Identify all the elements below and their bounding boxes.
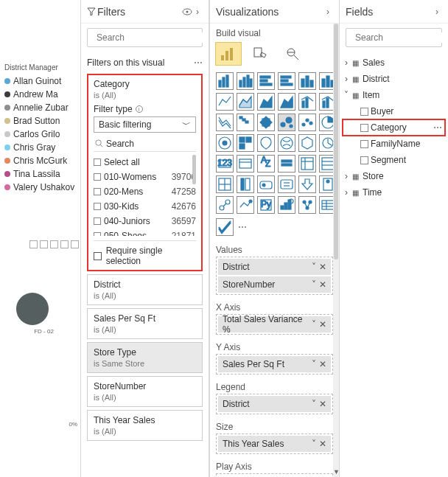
chevron-down-icon[interactable]: ˅ — [312, 359, 316, 369]
checkbox[interactable] — [94, 173, 101, 181]
legend-item[interactable]: Annelie Zubar — [4, 102, 79, 113]
visual-type-icon[interactable] — [298, 93, 316, 111]
filter-option[interactable]: 030-Kids42676 — [94, 199, 196, 214]
viz-scrollbar[interactable]: ▲ ▼ — [333, 24, 339, 477]
visual-type-icon[interactable] — [298, 196, 316, 214]
filter-card[interactable]: StoreNumberis (All) — [87, 376, 203, 407]
remove-icon[interactable]: ✕ — [319, 439, 326, 449]
field-chip[interactable]: District˅✕ — [218, 396, 331, 412]
visual-type-icon[interactable] — [278, 93, 295, 111]
filter-card[interactable]: Store Typeis Same Store — [87, 342, 203, 373]
remove-icon[interactable]: ✕ — [319, 359, 326, 369]
filter-card-category[interactable]: Category is (All) Filter type i Basic fi… — [87, 74, 203, 271]
visual-type-icon[interactable] — [298, 175, 316, 193]
table-node[interactable]: ˅▦Item — [343, 87, 445, 103]
legend-item[interactable]: Tina Lassila — [4, 169, 79, 179]
checkbox[interactable] — [94, 188, 101, 195]
visual-type-icon[interactable] — [298, 72, 316, 90]
visual-type-icon[interactable] — [216, 72, 234, 90]
field-chip[interactable]: Sales Per Sq Ft˅✕ — [218, 356, 331, 372]
visual-type-icon[interactable]: Py — [257, 196, 275, 214]
filter-option[interactable]: Select all — [94, 155, 196, 170]
analytics-tab[interactable] — [281, 43, 306, 65]
visual-type-icon[interactable] — [298, 134, 316, 152]
filter-values-search[interactable]: Search — [94, 136, 196, 152]
filters-search[interactable] — [87, 28, 203, 47]
more-icon[interactable]: ⋯ — [433, 122, 442, 133]
visual-type-icon[interactable] — [278, 175, 295, 193]
visual-type-icon[interactable] — [257, 114, 275, 131]
field-chip[interactable]: StoreNumber˅✕ — [218, 276, 331, 293]
field-chip[interactable]: District˅✕ — [218, 259, 331, 275]
scatter-bubble[interactable] — [16, 293, 49, 325]
visual-type-icon[interactable] — [298, 114, 316, 131]
chevron-right-icon[interactable]: › — [343, 171, 350, 181]
visual-type-icon[interactable] — [257, 93, 275, 111]
filter-type-select[interactable]: Basic filtering ﹀ — [94, 116, 196, 133]
visual-type-icon[interactable] — [216, 175, 234, 193]
filter-option[interactable]: 040-Juniors36597 — [94, 214, 196, 229]
scroll-down-icon[interactable]: ▼ — [333, 468, 339, 476]
field-node[interactable]: FamilyName — [343, 136, 445, 152]
visual-type-icon[interactable]: 123 — [216, 155, 234, 173]
field-node[interactable]: Buyer — [343, 103, 445, 119]
field-node[interactable]: Segment — [343, 152, 445, 168]
visual-type-icon[interactable] — [216, 218, 234, 236]
chevron-down-icon[interactable]: ˅ — [312, 439, 316, 449]
table-node[interactable]: ›▦Time — [343, 184, 445, 201]
visual-type-icon[interactable] — [237, 196, 254, 214]
format-visual-tab[interactable] — [248, 43, 273, 65]
collapse-icon[interactable]: › — [192, 7, 203, 17]
visual-type-icon[interactable] — [216, 93, 234, 111]
checkbox[interactable] — [360, 108, 368, 116]
view-icon[interactable] — [182, 8, 192, 15]
field-well[interactable]: This Year Sales˅✕ — [216, 434, 333, 454]
visual-type-icon[interactable] — [237, 72, 254, 90]
visual-type-icon[interactable] — [278, 134, 295, 152]
fields-search-input[interactable] — [355, 32, 448, 43]
visual-type-icon[interactable] — [257, 72, 275, 90]
field-well[interactable]: District˅✕ — [216, 394, 333, 414]
filter-option[interactable]: 050-Shoes21871 — [94, 229, 196, 236]
remove-icon[interactable]: ✕ — [319, 279, 326, 290]
chevron-down-icon[interactable]: ˅ — [312, 262, 316, 272]
table-node[interactable]: ›▦Store — [343, 168, 445, 184]
checkbox[interactable] — [94, 159, 101, 166]
visual-type-icon[interactable]: AZ — [257, 155, 275, 173]
require-single-row[interactable]: Require single selection — [94, 240, 196, 266]
checkbox[interactable] — [94, 203, 101, 210]
chevron-right-icon[interactable]: › — [343, 58, 350, 68]
visual-type-icon[interactable] — [237, 114, 254, 131]
visual-type-icon[interactable] — [216, 196, 234, 214]
filter-option[interactable]: 020-Mens47258 — [94, 184, 196, 199]
field-well[interactable]: Sales Per Sq Ft˅✕ — [216, 354, 333, 375]
field-well[interactable]: District˅✕StoreNumber˅✕ — [216, 257, 333, 295]
info-icon[interactable]: i — [136, 105, 143, 113]
scrollbar-thumb[interactable] — [192, 155, 196, 184]
legend-item[interactable]: Brad Sutton — [4, 116, 79, 126]
visual-type-icon[interactable] — [237, 155, 254, 173]
checkbox[interactable] — [94, 252, 102, 260]
collapse-icon[interactable]: › — [323, 7, 333, 17]
visual-type-icon[interactable] — [216, 134, 234, 152]
chevron-down-icon[interactable]: ˅ — [312, 279, 316, 290]
visual-type-icon[interactable] — [237, 175, 254, 193]
filters-search-input[interactable] — [97, 32, 207, 43]
remove-icon[interactable]: ✕ — [319, 262, 326, 272]
section-more-icon[interactable]: ⋯ — [194, 58, 203, 68]
checkbox[interactable] — [360, 156, 368, 164]
field-chip[interactable]: This Year Sales˅✕ — [218, 436, 331, 452]
fields-search[interactable] — [346, 28, 442, 47]
table-node[interactable]: ›▦Sales — [343, 55, 445, 71]
field-node[interactable]: Category⋯ — [343, 119, 445, 136]
chevron-down-icon[interactable]: ˅ — [312, 319, 316, 330]
table-node[interactable]: ›▦District — [343, 71, 445, 87]
checkbox[interactable] — [360, 140, 368, 148]
visual-type-icon[interactable] — [257, 175, 275, 193]
field-well[interactable]: Total Sales Variance %˅✕ — [216, 314, 333, 335]
collapse-icon[interactable]: › — [432, 7, 442, 17]
checkbox[interactable] — [94, 217, 101, 225]
filter-card[interactable]: Sales Per Sq Ftis (All) — [87, 308, 203, 339]
chevron-down-icon[interactable]: ˅ — [312, 399, 316, 409]
visual-header-toolbar[interactable] — [29, 240, 80, 248]
